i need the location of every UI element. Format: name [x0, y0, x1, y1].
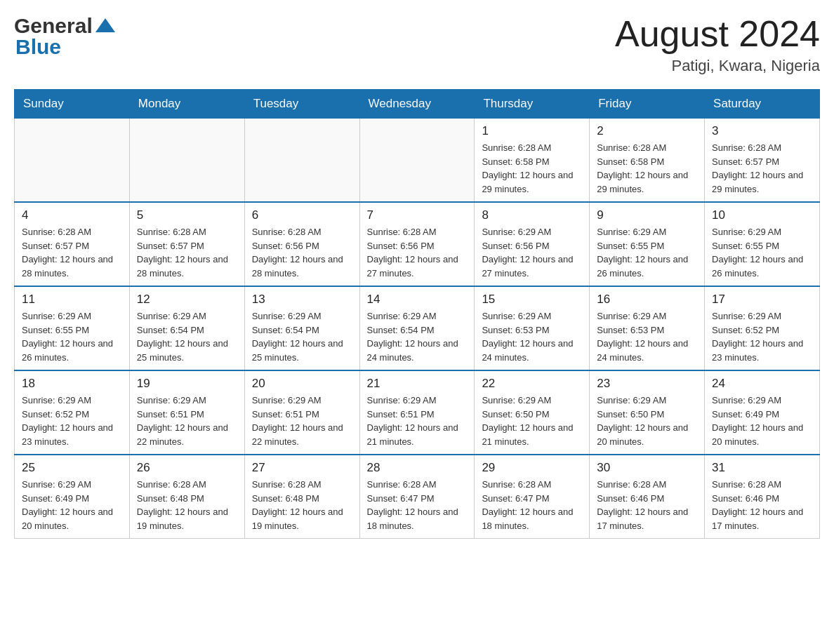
day-number: 13 [252, 293, 352, 307]
day-number: 26 [137, 461, 237, 475]
day-info: Sunrise: 6:29 AMSunset: 6:51 PMDaylight:… [137, 394, 237, 448]
table-row: 20Sunrise: 6:29 AMSunset: 6:51 PMDayligh… [244, 370, 359, 455]
table-row: 16Sunrise: 6:29 AMSunset: 6:53 PMDayligh… [590, 286, 705, 370]
day-number: 1 [482, 124, 582, 138]
table-row: 3Sunrise: 6:28 AMSunset: 6:57 PMDaylight… [705, 119, 820, 203]
table-row: 7Sunrise: 6:28 AMSunset: 6:56 PMDaylight… [359, 202, 475, 286]
day-number: 28 [367, 461, 468, 475]
day-info: Sunrise: 6:29 AMSunset: 6:50 PMDaylight:… [482, 394, 582, 448]
day-info: Sunrise: 6:29 AMSunset: 6:51 PMDaylight:… [252, 394, 352, 448]
day-info: Sunrise: 6:29 AMSunset: 6:52 PMDaylight:… [22, 394, 122, 448]
calendar-week-row: 25Sunrise: 6:29 AMSunset: 6:49 PMDayligh… [15, 455, 820, 539]
day-info: Sunrise: 6:28 AMSunset: 6:47 PMDaylight:… [482, 478, 582, 532]
day-info: Sunrise: 6:29 AMSunset: 6:55 PMDaylight:… [597, 225, 697, 280]
table-row: 8Sunrise: 6:29 AMSunset: 6:56 PMDaylight… [475, 202, 590, 286]
day-number: 17 [712, 293, 812, 307]
table-row: 26Sunrise: 6:28 AMSunset: 6:48 PMDayligh… [129, 455, 244, 539]
logo-general-text: General [14, 14, 93, 38]
table-row: 10Sunrise: 6:29 AMSunset: 6:55 PMDayligh… [705, 202, 820, 286]
table-row: 21Sunrise: 6:29 AMSunset: 6:51 PMDayligh… [359, 370, 475, 455]
day-number: 25 [22, 461, 122, 475]
table-row: 1Sunrise: 6:28 AMSunset: 6:58 PMDaylight… [475, 119, 590, 203]
day-info: Sunrise: 6:28 AMSunset: 6:57 PMDaylight:… [137, 225, 237, 280]
day-info: Sunrise: 6:28 AMSunset: 6:48 PMDaylight:… [252, 478, 352, 532]
table-row: 31Sunrise: 6:28 AMSunset: 6:46 PMDayligh… [705, 455, 820, 539]
table-row: 19Sunrise: 6:29 AMSunset: 6:51 PMDayligh… [129, 370, 244, 455]
table-row: 28Sunrise: 6:28 AMSunset: 6:47 PMDayligh… [359, 455, 475, 539]
col-wednesday: Wednesday [359, 90, 475, 119]
day-info: Sunrise: 6:28 AMSunset: 6:58 PMDaylight:… [597, 141, 697, 196]
day-info: Sunrise: 6:28 AMSunset: 6:58 PMDaylight:… [482, 141, 582, 196]
day-info: Sunrise: 6:29 AMSunset: 6:55 PMDaylight:… [22, 309, 122, 364]
day-number: 18 [22, 377, 122, 391]
logo-blue-text: Blue [15, 35, 61, 59]
table-row: 24Sunrise: 6:29 AMSunset: 6:49 PMDayligh… [705, 370, 820, 455]
table-row: 22Sunrise: 6:29 AMSunset: 6:50 PMDayligh… [475, 370, 590, 455]
col-thursday: Thursday [475, 90, 590, 119]
table-row: 5Sunrise: 6:28 AMSunset: 6:57 PMDaylight… [129, 202, 244, 286]
day-number: 15 [482, 293, 582, 307]
day-info: Sunrise: 6:29 AMSunset: 6:56 PMDaylight:… [482, 225, 582, 280]
day-number: 24 [712, 377, 812, 391]
day-number: 4 [22, 208, 122, 222]
day-info: Sunrise: 6:28 AMSunset: 6:46 PMDaylight:… [597, 478, 697, 532]
day-info: Sunrise: 6:29 AMSunset: 6:54 PMDaylight:… [367, 309, 468, 364]
day-number: 12 [137, 293, 237, 307]
logo-triangle-left-icon [95, 18, 105, 32]
day-info: Sunrise: 6:29 AMSunset: 6:49 PMDaylight:… [22, 478, 122, 532]
calendar-week-row: 11Sunrise: 6:29 AMSunset: 6:55 PMDayligh… [15, 286, 820, 370]
table-row: 6Sunrise: 6:28 AMSunset: 6:56 PMDaylight… [244, 202, 359, 286]
day-info: Sunrise: 6:29 AMSunset: 6:50 PMDaylight:… [597, 394, 697, 448]
day-number: 14 [367, 293, 468, 307]
table-row: 27Sunrise: 6:28 AMSunset: 6:48 PMDayligh… [244, 455, 359, 539]
calendar-week-row: 18Sunrise: 6:29 AMSunset: 6:52 PMDayligh… [15, 370, 820, 455]
table-row: 18Sunrise: 6:29 AMSunset: 6:52 PMDayligh… [15, 370, 130, 455]
col-friday: Friday [590, 90, 705, 119]
day-number: 29 [482, 461, 582, 475]
table-row [15, 119, 130, 203]
calendar-table: Sunday Monday Tuesday Wednesday Thursday… [14, 89, 820, 539]
logo-triangle-right-icon [105, 18, 115, 32]
day-number: 20 [252, 377, 352, 391]
col-monday: Monday [129, 90, 244, 119]
day-info: Sunrise: 6:28 AMSunset: 6:57 PMDaylight:… [22, 225, 122, 280]
day-info: Sunrise: 6:29 AMSunset: 6:55 PMDaylight:… [712, 225, 812, 280]
day-number: 2 [597, 124, 697, 138]
table-row: 12Sunrise: 6:29 AMSunset: 6:54 PMDayligh… [129, 286, 244, 370]
table-row: 9Sunrise: 6:29 AMSunset: 6:55 PMDaylight… [590, 202, 705, 286]
day-info: Sunrise: 6:29 AMSunset: 6:53 PMDaylight:… [482, 309, 582, 364]
logo: General Blue [14, 14, 115, 59]
location-subtitle: Patigi, Kwara, Nigeria [615, 57, 820, 75]
day-info: Sunrise: 6:28 AMSunset: 6:57 PMDaylight:… [712, 141, 812, 196]
calendar-week-row: 4Sunrise: 6:28 AMSunset: 6:57 PMDaylight… [15, 202, 820, 286]
calendar-header-row: Sunday Monday Tuesday Wednesday Thursday… [15, 90, 820, 119]
table-row: 4Sunrise: 6:28 AMSunset: 6:57 PMDaylight… [15, 202, 130, 286]
day-number: 27 [252, 461, 352, 475]
day-info: Sunrise: 6:28 AMSunset: 6:48 PMDaylight:… [137, 478, 237, 532]
month-year-title: August 2024 [615, 14, 820, 54]
day-info: Sunrise: 6:28 AMSunset: 6:56 PMDaylight:… [367, 225, 468, 280]
col-tuesday: Tuesday [244, 90, 359, 119]
table-row [129, 119, 244, 203]
day-info: Sunrise: 6:28 AMSunset: 6:56 PMDaylight:… [252, 225, 352, 280]
day-info: Sunrise: 6:28 AMSunset: 6:47 PMDaylight:… [367, 478, 468, 532]
day-number: 30 [597, 461, 697, 475]
table-row: 29Sunrise: 6:28 AMSunset: 6:47 PMDayligh… [475, 455, 590, 539]
day-number: 22 [482, 377, 582, 391]
calendar-week-row: 1Sunrise: 6:28 AMSunset: 6:58 PMDaylight… [15, 119, 820, 203]
table-row: 23Sunrise: 6:29 AMSunset: 6:50 PMDayligh… [590, 370, 705, 455]
day-info: Sunrise: 6:28 AMSunset: 6:46 PMDaylight:… [712, 478, 812, 532]
table-row: 13Sunrise: 6:29 AMSunset: 6:54 PMDayligh… [244, 286, 359, 370]
table-row: 25Sunrise: 6:29 AMSunset: 6:49 PMDayligh… [15, 455, 130, 539]
day-number: 5 [137, 208, 237, 222]
day-number: 16 [597, 293, 697, 307]
col-sunday: Sunday [15, 90, 130, 119]
table-row: 2Sunrise: 6:28 AMSunset: 6:58 PMDaylight… [590, 119, 705, 203]
col-saturday: Saturday [705, 90, 820, 119]
title-section: August 2024 Patigi, Kwara, Nigeria [615, 14, 820, 75]
day-number: 31 [712, 461, 812, 475]
day-number: 21 [367, 377, 468, 391]
day-info: Sunrise: 6:29 AMSunset: 6:54 PMDaylight:… [252, 309, 352, 364]
day-info: Sunrise: 6:29 AMSunset: 6:49 PMDaylight:… [712, 394, 812, 448]
table-row: 14Sunrise: 6:29 AMSunset: 6:54 PMDayligh… [359, 286, 475, 370]
